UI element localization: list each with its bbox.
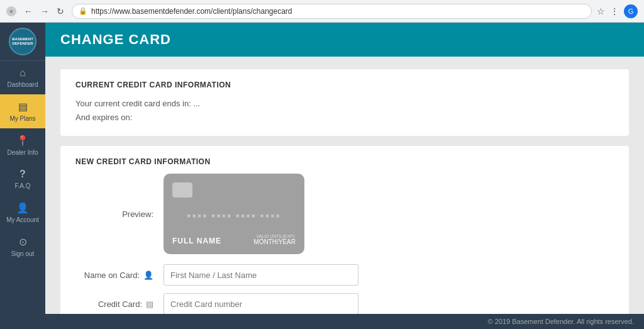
logo-badge: BASEMENT DEFENDER [9, 28, 36, 55]
logo-text: BASEMENT DEFENDER [12, 37, 33, 45]
dashboard-icon: ⌂ [19, 67, 26, 79]
footer-text: © 2019 Basement Defender. All rights res… [487, 318, 634, 325]
current-card-text: Your current credit card ends in: ... An… [75, 97, 614, 125]
card-icon: ▤ [146, 299, 153, 309]
current-card-line2: And expires on: [75, 111, 614, 125]
page-title: CHANGE CARD [60, 31, 171, 47]
user-avatar-button[interactable]: G [624, 4, 638, 18]
reload-button[interactable]: ↻ [54, 5, 67, 18]
my-plans-icon: ▤ [18, 101, 28, 113]
sidebar-item-my-plans-label: My Plans [9, 115, 35, 122]
app-layout: BASEMENT DEFENDER ⌂ Dashboard ▤ My Plans… [0, 23, 644, 329]
sidebar-item-dealer-info-label: Dealer Info [8, 149, 38, 156]
lock-icon: 🔒 [79, 7, 87, 15]
current-card-card: CURRENT CREDIT CARD INFORMATION Your cur… [60, 69, 629, 136]
dealer-info-icon: 📍 [16, 135, 29, 147]
browser-actions: ☆ ⋮ G [597, 4, 638, 18]
sign-out-icon: ⊙ [19, 236, 27, 248]
sidebar-item-dashboard[interactable]: ⌂ Dashboard [0, 61, 45, 94]
current-card-title: CURRENT CREDIT CARD INFORMATION [75, 81, 614, 89]
browser-nav: ← → ↻ [21, 5, 67, 18]
forward-button[interactable]: → [38, 5, 52, 18]
preview-label: Preview: [75, 209, 164, 219]
sidebar-item-sign-out-label: Sign out [11, 250, 35, 257]
card-bottom: FULL NAME Valid Until(EXP): MONTH/YEAR [172, 234, 296, 245]
name-on-card-row: Name on Card: 👤 [75, 264, 614, 286]
sidebar: BASEMENT DEFENDER ⌂ Dashboard ▤ My Plans… [0, 23, 45, 329]
menu-button[interactable]: ⋮ [610, 6, 619, 16]
card-expiry: Valid Until(EXP): MONTH/YEAR [253, 234, 296, 245]
address-bar[interactable]: 🔒 https://www.basementdefender.com/clien… [72, 4, 592, 19]
credit-card-preview: ×××× ×××× ×××× ×××× FULL NAME Valid Unti… [164, 174, 304, 254]
sidebar-item-my-account-label: My Account [6, 216, 39, 223]
faq-icon: ? [19, 169, 26, 180]
card-chip [172, 182, 192, 198]
person-icon: 👤 [143, 270, 153, 280]
name-on-card-input[interactable] [164, 264, 358, 286]
browser-chrome: × ← → ↻ 🔒 https://www.basementdefender.c… [0, 0, 644, 23]
card-expiry-value: MONTH/YEAR [253, 238, 296, 245]
back-button[interactable]: ← [21, 5, 35, 18]
credit-card-input[interactable] [164, 293, 358, 314]
browser-window-controls: × [6, 6, 16, 16]
sidebar-item-dashboard-label: Dashboard [8, 81, 38, 88]
content-area: CURRENT CREDIT CARD INFORMATION Your cur… [45, 57, 644, 314]
preview-row: Preview: ×××× ×××× ×××× ×××× FULL NAME V… [75, 174, 614, 254]
card-full-name: FULL NAME [172, 237, 221, 245]
current-card-line1: Your current credit card ends in: ... [75, 97, 614, 111]
name-on-card-label: Name on Card: 👤 [75, 270, 164, 280]
sidebar-item-faq-label: F.A.Q [14, 182, 30, 189]
url-text: https://www.basementdefender.com/client/… [91, 7, 292, 16]
footer-bar: © 2019 Basement Defender. All rights res… [45, 314, 644, 329]
main-area: CHANGE CARD CURRENT CREDIT CARD INFORMAT… [45, 23, 644, 329]
my-account-icon: 👤 [16, 202, 29, 214]
sidebar-item-dealer-info[interactable]: 📍 Dealer Info [0, 128, 45, 162]
credit-card-label: Credit Card: ▤ [75, 299, 164, 309]
sidebar-item-my-account[interactable]: 👤 My Account [0, 196, 45, 230]
sidebar-item-faq[interactable]: ? F.A.Q [0, 162, 45, 196]
card-number-dots: ×××× ×××× ×××× ×××× [172, 212, 296, 220]
logo-area: BASEMENT DEFENDER [0, 23, 45, 61]
new-card-card: NEW CREDIT CARD INFORMATION Preview: ×××… [60, 146, 629, 314]
star-button[interactable]: ☆ [597, 6, 605, 16]
sidebar-item-my-plans[interactable]: ▤ My Plans [0, 94, 45, 128]
credit-card-row: Credit Card: ▤ [75, 293, 614, 314]
new-card-title: NEW CREDIT CARD INFORMATION [75, 157, 614, 166]
window-close-btn[interactable]: × [6, 6, 16, 16]
page-header: CHANGE CARD [45, 23, 644, 57]
card-expiry-label: Valid Until(EXP): [253, 234, 296, 238]
sidebar-item-sign-out[interactable]: ⊙ Sign out [0, 230, 45, 264]
